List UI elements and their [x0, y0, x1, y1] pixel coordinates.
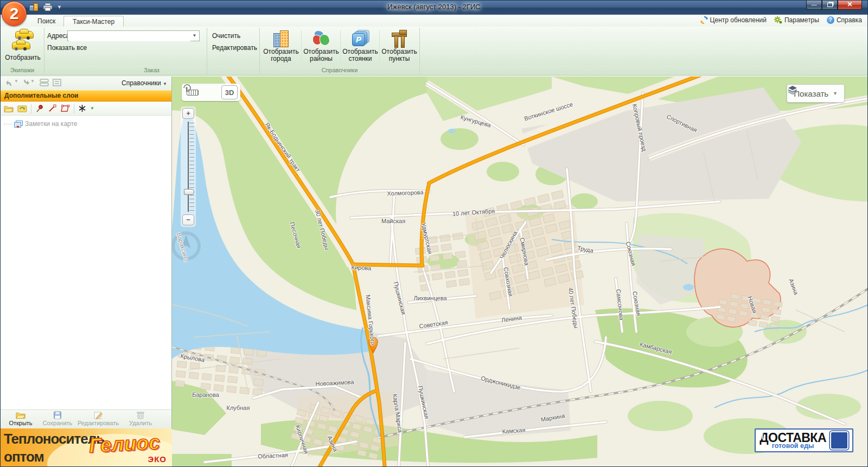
edit-icon: [94, 411, 103, 419]
restore-button[interactable]: [822, 1, 838, 10]
districts-icon: [312, 30, 330, 47]
tree-branch: [4, 124, 11, 124]
draw-line-icon[interactable]: [48, 104, 56, 113]
show-crews-button[interactable]: Отобразить: [4, 29, 42, 61]
show-districts-label: Отобразить районы: [302, 48, 340, 62]
help-icon: ?: [827, 16, 834, 24]
forward-dropdown-icon[interactable]: ▼: [30, 79, 35, 84]
title-bar[interactable]: Ижевск (август 2013) - 2ГИС — ✕: [1, 1, 867, 15]
tab-taksi-master[interactable]: Такси-Мастер: [63, 16, 124, 27]
zoom-out-button[interactable]: −: [182, 214, 194, 225]
draw-polygon-icon[interactable]: [60, 104, 70, 113]
map-toolbar: 3D: [182, 84, 240, 101]
show-parkings-label: Отобразить стоянки: [341, 48, 379, 62]
tab-poisk[interactable]: Поиск: [29, 16, 64, 27]
ad-brand: Гелиос: [88, 431, 161, 458]
clear-link[interactable]: Очистить: [212, 32, 240, 40]
delete-label: Удалить: [129, 420, 152, 426]
sidebar-nav-bar: ▼ ▼ Справочники ▼: [1, 77, 171, 91]
show-points-button[interactable]: Отобразить пункты: [380, 29, 418, 65]
quick-access-toolbar: ▼: [29, 3, 62, 11]
layers-icon: [787, 85, 798, 94]
sidebar: ▼ ▼ Справочники ▼ Дополнительные слои: [1, 77, 172, 467]
ad-line2: оптом: [4, 449, 44, 465]
update-center-label: Центр обновлений: [710, 16, 767, 24]
update-center-link[interactable]: Центр обновлений: [700, 16, 767, 24]
pan-tool-button[interactable]: [203, 85, 219, 99]
layers-panel-header: Дополнительные слои: [1, 90, 171, 102]
ad-banner[interactable]: Теплоноситель оптом Гелиос ЭКО: [1, 428, 172, 467]
add-pin-icon[interactable]: [35, 104, 44, 113]
legend-icon[interactable]: [53, 79, 62, 86]
show-layers-label: Показать: [794, 89, 828, 98]
print-icon[interactable]: [43, 3, 53, 11]
restore-icon: [827, 3, 833, 7]
customize-quick-access-icon[interactable]: ▼: [57, 4, 62, 10]
address-combobox[interactable]: ▼: [67, 30, 200, 41]
show-districts-button[interactable]: Отобразить районы: [302, 29, 340, 65]
symbol-style-icon[interactable]: [78, 104, 86, 112]
refresh-folder-icon[interactable]: [17, 105, 27, 112]
delivery-line1: ДОСТАВКА: [760, 432, 826, 443]
ribbon-group-labels: Экипажи Заказ Справочники: [1, 66, 867, 75]
address-dropdown-icon[interactable]: ▼: [190, 31, 199, 41]
zoom-track[interactable]: [188, 122, 189, 212]
app-logo-2gis[interactable]: 2: [2, 1, 27, 26]
minimize-button[interactable]: —: [806, 1, 822, 10]
edit-label: Редактировать: [78, 420, 119, 426]
parkings-icon: P: [351, 30, 369, 47]
points-icon: [391, 30, 408, 47]
show-cities-button[interactable]: Отобразить города: [262, 29, 300, 65]
map-notes-icon: [14, 121, 22, 127]
address-input[interactable]: [69, 31, 190, 41]
parameters-link[interactable]: Параметры: [774, 16, 819, 24]
symbol-style-dropdown-icon[interactable]: ▼: [90, 106, 94, 111]
show-all-link[interactable]: Показать все: [47, 44, 87, 52]
map-viewport[interactable]: Як-Бодьинский трактВоткинское шоссеКунгу…: [172, 77, 868, 467]
mode-3d-button[interactable]: 3D: [221, 85, 238, 99]
back-dropdown-icon[interactable]: ▼: [14, 79, 18, 84]
forward-icon[interactable]: [21, 79, 30, 86]
group-label-references: Справочники: [259, 67, 420, 73]
panels-icon[interactable]: [40, 79, 49, 86]
delivery-ad-badge[interactable]: ДОСТАВКА готовой еды: [755, 428, 853, 452]
save-label: Сохранить: [43, 420, 73, 426]
save-icon: [53, 411, 62, 419]
save-button[interactable]: Сохранить: [39, 411, 76, 426]
taxi-icon: [12, 29, 34, 51]
app-window: Ижевск (август 2013) - 2ГИС — ✕ 2 ▼ Поис…: [0, 0, 868, 467]
map-canvas[interactable]: [172, 77, 868, 467]
cities-icon: [273, 30, 289, 47]
parameters-label: Параметры: [784, 16, 819, 24]
zoom-ticks: [189, 123, 194, 211]
sidebar-mode-dropdown[interactable]: Справочники ▼: [122, 79, 167, 87]
cutlery-icon: [830, 431, 848, 450]
open-label: Открыть: [9, 420, 32, 426]
layers-tree[interactable]: Заметки на карте: [1, 116, 171, 409]
delete-icon: [137, 411, 144, 419]
close-button[interactable]: ✕: [838, 1, 862, 10]
edit-link[interactable]: Редактировать: [212, 44, 257, 52]
update-icon: [700, 16, 708, 24]
map-show-layers-button[interactable]: Показать ▼: [787, 84, 845, 103]
help-link[interactable]: ? Справка: [827, 16, 862, 24]
group-label-order: Заказ: [44, 67, 259, 73]
layers-toolbar: ▼: [1, 102, 171, 116]
window-title: Ижевск (август 2013) - 2ГИС: [1, 3, 867, 11]
zoom-handle[interactable]: [184, 189, 194, 195]
open-button[interactable]: Открыть: [2, 411, 40, 426]
open-folder-icon[interactable]: [4, 105, 14, 112]
city-directory-icon[interactable]: [29, 3, 39, 11]
edit-button[interactable]: Редактировать: [79, 411, 117, 426]
gear-icon: [774, 16, 782, 24]
ad-brand-sub: ЭКО: [148, 455, 167, 464]
show-points-label: Отобразить пункты: [380, 48, 418, 62]
back-icon[interactable]: [5, 79, 14, 86]
zoom-slider: + −: [181, 106, 196, 227]
zoom-in-button[interactable]: +: [182, 108, 194, 119]
tree-item-map-notes[interactable]: Заметки на карте: [4, 120, 78, 128]
show-cities-label: Отобразить города: [262, 48, 300, 62]
show-parkings-button[interactable]: P Отобразить стоянки: [341, 29, 379, 65]
layers-footer: Открыть Сохранить Редактировать: [1, 409, 171, 429]
delete-button[interactable]: Удалить: [122, 411, 159, 426]
